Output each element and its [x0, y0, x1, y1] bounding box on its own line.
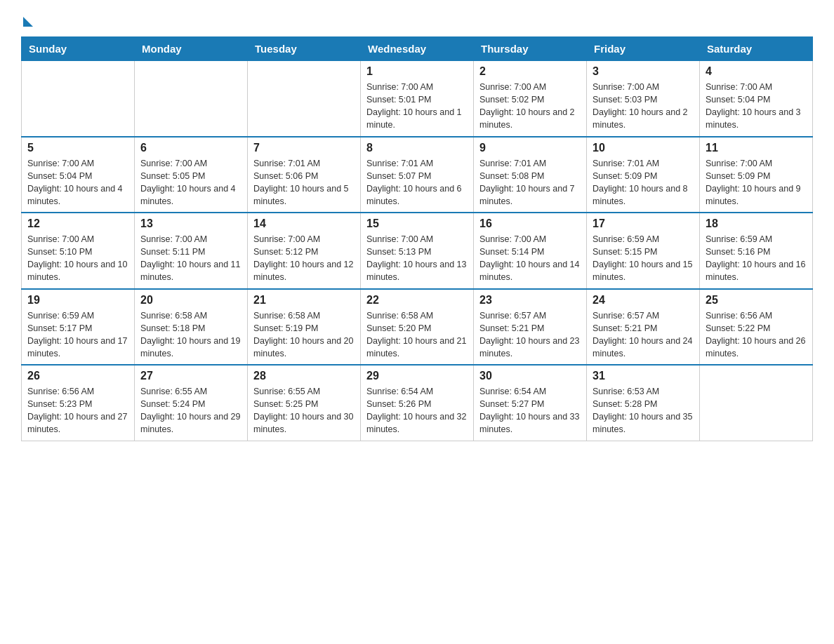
calendar-cell: 31Sunrise: 6:53 AM Sunset: 5:28 PM Dayli… — [587, 365, 700, 441]
calendar-cell — [700, 365, 813, 441]
calendar-cell: 16Sunrise: 7:00 AM Sunset: 5:14 PM Dayli… — [474, 213, 587, 289]
calendar-cell: 5Sunrise: 7:00 AM Sunset: 5:04 PM Daylig… — [22, 137, 135, 213]
day-number: 30 — [479, 370, 581, 382]
day-info: Sunrise: 7:00 AM Sunset: 5:11 PM Dayligh… — [140, 233, 241, 284]
calendar-cell: 3Sunrise: 7:00 AM Sunset: 5:03 PM Daylig… — [587, 61, 700, 137]
weekday-header: Wednesday — [361, 37, 474, 61]
calendar-cell: 1Sunrise: 7:00 AM Sunset: 5:01 PM Daylig… — [361, 61, 474, 137]
day-number: 20 — [140, 294, 241, 307]
calendar-cell: 9Sunrise: 7:01 AM Sunset: 5:08 PM Daylig… — [474, 137, 587, 213]
day-number: 12 — [27, 217, 128, 230]
calendar-cell: 15Sunrise: 7:00 AM Sunset: 5:13 PM Dayli… — [361, 213, 474, 289]
calendar-cell — [135, 61, 248, 137]
day-info: Sunrise: 6:55 AM Sunset: 5:24 PM Dayligh… — [140, 385, 241, 436]
calendar-cell: 26Sunrise: 6:56 AM Sunset: 5:23 PM Dayli… — [22, 365, 135, 441]
weekday-header-row: SundayMondayTuesdayWednesdayThursdayFrid… — [22, 37, 813, 61]
calendar-cell: 30Sunrise: 6:54 AM Sunset: 5:27 PM Dayli… — [474, 365, 587, 441]
day-info: Sunrise: 7:01 AM Sunset: 5:09 PM Dayligh… — [593, 157, 694, 208]
day-number: 23 — [479, 294, 581, 307]
day-info: Sunrise: 6:53 AM Sunset: 5:28 PM Dayligh… — [593, 385, 694, 436]
calendar-cell: 12Sunrise: 7:00 AM Sunset: 5:10 PM Dayli… — [22, 213, 135, 289]
day-info: Sunrise: 7:01 AM Sunset: 5:06 PM Dayligh… — [253, 157, 355, 208]
day-info: Sunrise: 6:56 AM Sunset: 5:23 PM Dayligh… — [27, 385, 128, 436]
calendar-week-row: 26Sunrise: 6:56 AM Sunset: 5:23 PM Dayli… — [22, 365, 813, 441]
calendar-table: SundayMondayTuesdayWednesdayThursdayFrid… — [21, 36, 813, 441]
weekday-header: Sunday — [22, 37, 135, 61]
calendar-cell: 25Sunrise: 6:56 AM Sunset: 5:22 PM Dayli… — [700, 289, 813, 365]
day-number: 14 — [253, 217, 355, 230]
day-info: Sunrise: 6:54 AM Sunset: 5:26 PM Dayligh… — [366, 385, 468, 436]
day-info: Sunrise: 6:55 AM Sunset: 5:25 PM Dayligh… — [253, 385, 355, 436]
day-info: Sunrise: 6:58 AM Sunset: 5:19 PM Dayligh… — [253, 309, 355, 361]
calendar-cell: 7Sunrise: 7:01 AM Sunset: 5:06 PM Daylig… — [248, 137, 361, 213]
day-number: 25 — [706, 294, 807, 307]
logo-triangle-icon — [23, 17, 33, 27]
calendar-cell: 18Sunrise: 6:59 AM Sunset: 5:16 PM Dayli… — [700, 213, 813, 289]
calendar-cell: 2Sunrise: 7:00 AM Sunset: 5:02 PM Daylig… — [474, 61, 587, 137]
day-number: 31 — [593, 370, 694, 382]
day-info: Sunrise: 6:58 AM Sunset: 5:20 PM Dayligh… — [366, 309, 468, 361]
calendar-week-row: 5Sunrise: 7:00 AM Sunset: 5:04 PM Daylig… — [22, 137, 813, 213]
day-number: 28 — [253, 370, 355, 382]
calendar-cell: 13Sunrise: 7:00 AM Sunset: 5:11 PM Dayli… — [135, 213, 248, 289]
calendar-cell: 11Sunrise: 7:00 AM Sunset: 5:09 PM Dayli… — [700, 137, 813, 213]
calendar-week-row: 12Sunrise: 7:00 AM Sunset: 5:10 PM Dayli… — [22, 213, 813, 289]
calendar-cell: 8Sunrise: 7:01 AM Sunset: 5:07 PM Daylig… — [361, 137, 474, 213]
weekday-header: Tuesday — [248, 37, 361, 61]
calendar-cell: 27Sunrise: 6:55 AM Sunset: 5:24 PM Dayli… — [135, 365, 248, 441]
day-info: Sunrise: 7:00 AM Sunset: 5:12 PM Dayligh… — [253, 233, 355, 284]
day-info: Sunrise: 7:01 AM Sunset: 5:07 PM Dayligh… — [366, 157, 468, 208]
day-info: Sunrise: 7:00 AM Sunset: 5:01 PM Dayligh… — [366, 81, 468, 132]
day-number: 18 — [706, 217, 807, 230]
day-info: Sunrise: 7:00 AM Sunset: 5:04 PM Dayligh… — [706, 81, 807, 132]
day-info: Sunrise: 7:00 AM Sunset: 5:10 PM Dayligh… — [27, 233, 128, 284]
day-number: 16 — [479, 217, 581, 230]
day-number: 5 — [27, 142, 128, 154]
day-number: 24 — [593, 294, 694, 307]
day-number: 13 — [140, 217, 241, 230]
calendar-cell: 21Sunrise: 6:58 AM Sunset: 5:19 PM Dayli… — [248, 289, 361, 365]
calendar-week-row: 19Sunrise: 6:59 AM Sunset: 5:17 PM Dayli… — [22, 289, 813, 365]
day-info: Sunrise: 6:57 AM Sunset: 5:21 PM Dayligh… — [479, 309, 581, 361]
day-number: 29 — [366, 370, 468, 382]
day-info: Sunrise: 7:00 AM Sunset: 5:03 PM Dayligh… — [593, 81, 694, 132]
day-number: 27 — [140, 370, 241, 382]
day-number: 21 — [253, 294, 355, 307]
calendar-cell: 28Sunrise: 6:55 AM Sunset: 5:25 PM Dayli… — [248, 365, 361, 441]
calendar-cell: 17Sunrise: 6:59 AM Sunset: 5:15 PM Dayli… — [587, 213, 700, 289]
day-info: Sunrise: 6:54 AM Sunset: 5:27 PM Dayligh… — [479, 385, 581, 436]
day-number: 1 — [366, 65, 468, 78]
logo — [21, 14, 33, 24]
day-number: 10 — [593, 142, 694, 154]
day-info: Sunrise: 6:58 AM Sunset: 5:18 PM Dayligh… — [140, 309, 241, 361]
calendar-cell: 24Sunrise: 6:57 AM Sunset: 5:21 PM Dayli… — [587, 289, 700, 365]
day-info: Sunrise: 6:59 AM Sunset: 5:16 PM Dayligh… — [706, 233, 807, 284]
day-info: Sunrise: 6:56 AM Sunset: 5:22 PM Dayligh… — [706, 309, 807, 361]
day-number: 19 — [27, 294, 128, 307]
day-number: 17 — [593, 217, 694, 230]
calendar-cell: 23Sunrise: 6:57 AM Sunset: 5:21 PM Dayli… — [474, 289, 587, 365]
calendar-cell — [248, 61, 361, 137]
day-info: Sunrise: 6:59 AM Sunset: 5:17 PM Dayligh… — [27, 309, 128, 361]
weekday-header: Thursday — [474, 37, 587, 61]
day-info: Sunrise: 7:00 AM Sunset: 5:13 PM Dayligh… — [366, 233, 468, 284]
calendar-cell: 20Sunrise: 6:58 AM Sunset: 5:18 PM Dayli… — [135, 289, 248, 365]
calendar-cell: 6Sunrise: 7:00 AM Sunset: 5:05 PM Daylig… — [135, 137, 248, 213]
weekday-header: Friday — [587, 37, 700, 61]
calendar-cell: 29Sunrise: 6:54 AM Sunset: 5:26 PM Dayli… — [361, 365, 474, 441]
day-info: Sunrise: 7:01 AM Sunset: 5:08 PM Dayligh… — [479, 157, 581, 208]
day-number: 4 — [706, 65, 807, 78]
day-info: Sunrise: 7:00 AM Sunset: 5:04 PM Dayligh… — [27, 157, 128, 208]
day-info: Sunrise: 7:00 AM Sunset: 5:05 PM Dayligh… — [140, 157, 241, 208]
day-number: 9 — [479, 142, 581, 154]
calendar-cell: 22Sunrise: 6:58 AM Sunset: 5:20 PM Dayli… — [361, 289, 474, 365]
calendar-week-row: 1Sunrise: 7:00 AM Sunset: 5:01 PM Daylig… — [22, 61, 813, 137]
day-info: Sunrise: 7:00 AM Sunset: 5:14 PM Dayligh… — [479, 233, 581, 284]
day-number: 7 — [253, 142, 355, 154]
calendar-cell: 14Sunrise: 7:00 AM Sunset: 5:12 PM Dayli… — [248, 213, 361, 289]
calendar-cell: 4Sunrise: 7:00 AM Sunset: 5:04 PM Daylig… — [700, 61, 813, 137]
day-number: 2 — [479, 65, 581, 78]
day-number: 15 — [366, 217, 468, 230]
day-number: 26 — [27, 370, 128, 382]
day-info: Sunrise: 7:00 AM Sunset: 5:02 PM Dayligh… — [479, 81, 581, 132]
